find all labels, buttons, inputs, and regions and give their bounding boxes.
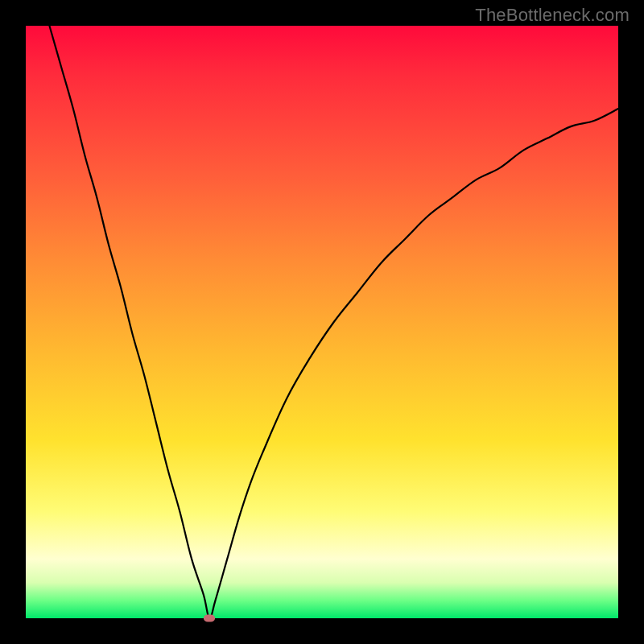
- chart-frame: TheBottleneck.com: [0, 0, 644, 644]
- plot-area: [26, 26, 618, 618]
- minimum-marker: [204, 615, 215, 622]
- watermark-text: TheBottleneck.com: [475, 5, 630, 26]
- bottleneck-curve: [26, 26, 618, 618]
